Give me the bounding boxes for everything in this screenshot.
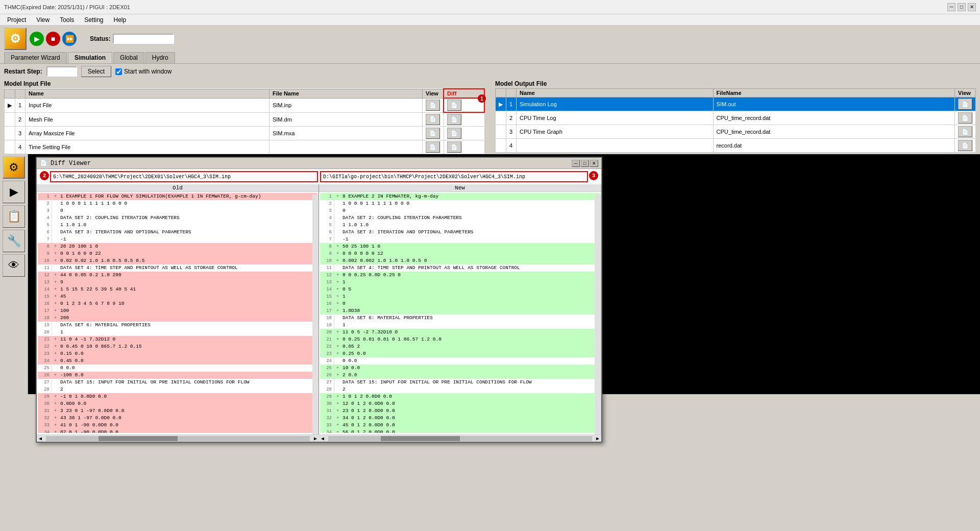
tab-parameter-wizard[interactable]: Parameter Wizard [4,52,67,63]
diff-old-content[interactable]: 1+ 1 EXAMPLE 1 FOR FLOW ONLY SIMULATION(… [37,192,318,433]
diff-line: 25 0 0.0 [38,365,317,372]
line-marker: + [336,243,342,250]
line-marker: + [54,293,60,300]
sidebar-icon-settings[interactable]: ⚙ [3,156,25,179]
view-btn-4[interactable]: 📄 [426,141,440,153]
diff-close-btn[interactable]: ✕ [590,160,598,167]
table-row: ▶ 1 Input File SIM.inp 📄 📄 1 [5,98,485,112]
file-tables: Model Input File Name File Name View Dif… [0,79,980,154]
select-button[interactable]: Select [81,66,111,77]
view-btn-2[interactable]: 📄 [426,114,440,125]
line-marker: + [336,422,342,429]
stop-btn[interactable]: ■ [46,32,60,46]
tab-simulation[interactable]: Simulation [68,52,112,63]
line-marker: + [336,365,342,372]
diff-btn-4[interactable]: 📄 [447,141,461,153]
row-file: CPU_time_record.dat [713,111,954,125]
line-marker: + [336,257,342,264]
view-out-btn-2[interactable]: 📄 [958,112,972,124]
menu-project[interactable]: Project [2,15,31,25]
view-out-btn-3[interactable]: 📄 [958,126,972,137]
line-number: 21 [38,336,52,343]
tab-global[interactable]: Global [113,52,144,63]
line-marker [54,207,60,214]
diff-line: 19DATA SET 6: MATERIAL PROPERTIES [38,322,317,329]
diff-btn-1[interactable]: 📄 [447,100,461,111]
new-path-input[interactable] [320,171,588,182]
line-number: 29 [38,393,52,400]
sidebar-icon-tools[interactable]: 🔧 [3,230,25,252]
col-view-in: View [423,89,444,98]
diff-line: 20 1 [38,329,317,336]
line-number: 5 [38,222,52,229]
line-number: 18 [38,315,52,322]
diff-line: 29+ -1 0 1 0.0D0 0.0 [38,393,317,400]
tab-strip: Parameter Wizard Simulation Global Hydro [0,51,980,64]
forward-btn[interactable]: ⏩ [62,32,77,46]
tab-hydro[interactable]: Hydro [145,52,175,63]
line-text: DATA SET 3: ITERATION AND OPTIONAL PARAM… [60,229,191,236]
line-marker: + [54,407,60,415]
line-text: 45 [60,293,66,300]
line-text: 0.45 0.0 [60,357,84,365]
diff-old-scrollbar[interactable] [312,195,318,435]
line-text: 0.25 0.0 [342,350,366,357]
view-btn-3[interactable]: 📄 [426,128,440,139]
diff-line: 26+ -100 0.0 [38,372,317,379]
row-num: 4 [15,140,26,154]
line-text: 0.002 0.002 1.0 1.0 1.0 0.5 0 [342,257,427,264]
line-marker: + [54,243,60,250]
menu-setting[interactable]: Setting [79,15,108,25]
row-num: 1 [506,98,517,111]
line-text: 1 0 0 0 1 1 1 1 1 0 0 0 [342,200,409,207]
line-text: 10 0.0 [342,365,360,372]
view-out-btn-1[interactable]: 📄 [958,99,972,110]
line-text: 0 0 0 0 0 0 12 [342,250,383,257]
sidebar-icon-play[interactable]: ▶ [3,181,25,203]
line-number: 34 [320,429,334,433]
diff-new-scrollbar[interactable] [595,195,601,435]
diff-hscroll[interactable]: ◀ ▶ ◀ ▶ [37,435,601,442]
diff-line: 2 1 0 0 0 1 1 1 1 1 0 0 0 [320,200,600,207]
col-name-out: Name [517,89,714,98]
diff-maximize-btn[interactable]: □ [581,160,589,167]
view-out-btn-4[interactable]: 📄 [958,140,972,151]
diff-btn-2[interactable]: 📄 [447,114,461,125]
row-arrow: ▶ [5,98,15,112]
line-text: 2 [60,386,63,393]
restart-input[interactable] [46,66,77,77]
line-marker: + [54,357,60,365]
diff-minimize-btn[interactable]: ─ [572,160,580,167]
sidebar-icon-view[interactable]: 👁 [3,254,25,277]
model-input-table: Name File Name View Diff ▶ 1 Input File … [4,88,485,154]
menu-help[interactable]: Help [109,15,132,25]
view-btn-1[interactable]: 📄 [426,100,440,111]
play-btn[interactable]: ▶ [30,32,44,46]
line-text: 0.02 0.02 1.0 1.0 0.5 0.5 0.5 [60,257,144,264]
minimize-btn[interactable]: ─ [947,3,955,11]
diff-btn-3[interactable]: 📄 [447,128,461,139]
start-with-window-checkbox[interactable] [115,68,122,75]
diff-line: 15+ 1 [320,293,600,300]
diff-new-content[interactable]: 1+ 8 EXAMPLE 2 IN FEMWATER, kg-m-day2 1 … [319,192,601,433]
app-logo: ⚙ [4,28,27,50]
diff-content: Old 1+ 1 EXAMPLE 1 FOR FLOW ONLY SIMULAT… [37,184,601,435]
line-marker: + [54,279,60,286]
diff-line: 34+ 56 0 1 2 0.0D0 0.0 [320,429,600,433]
line-text: 0 0.0 [60,365,75,372]
maximize-btn[interactable]: □ [958,3,966,11]
line-number: 3 [320,207,334,214]
old-path-input[interactable] [50,171,318,182]
close-btn[interactable]: ✕ [968,3,976,11]
restart-row: Restart Step: Select Start with window [0,64,980,79]
status-input[interactable] [113,34,174,44]
menu-tools[interactable]: Tools [55,15,79,25]
title-bar: THMC(Expired Date: 2025/1/31) / PIGUI : … [0,0,980,14]
line-number: 23 [320,350,334,357]
line-marker: + [54,336,60,343]
row-num: 3 [15,127,26,140]
line-number: 32 [320,415,334,422]
menu-view[interactable]: View [31,15,55,25]
line-text: 0.05 2 [342,343,360,350]
sidebar-icon-list[interactable]: 📋 [3,205,25,228]
